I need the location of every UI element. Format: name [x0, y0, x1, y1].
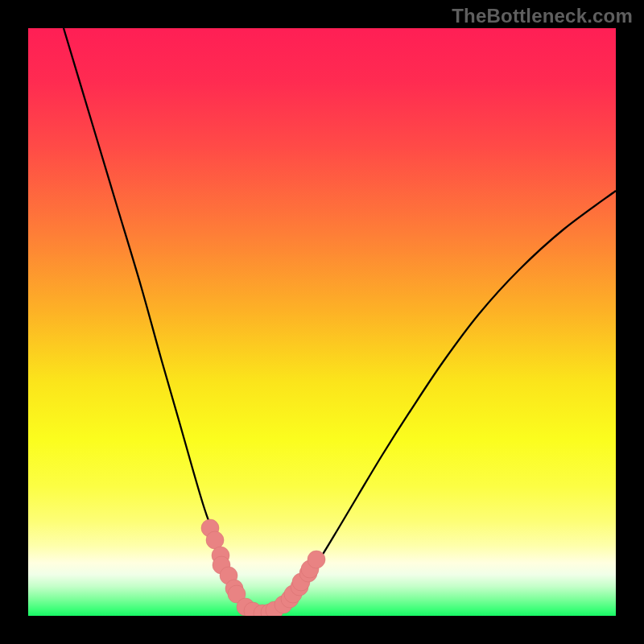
data-markers: [201, 519, 325, 616]
watermark-label: TheBottleneck.com: [452, 5, 633, 27]
chart-overlay: [28, 28, 616, 616]
plot-area: [28, 28, 616, 616]
bottleneck-curve: [64, 28, 616, 613]
data-marker: [308, 551, 325, 568]
data-marker: [206, 531, 224, 549]
chart-wrapper: TheBottleneck.com: [0, 0, 644, 644]
